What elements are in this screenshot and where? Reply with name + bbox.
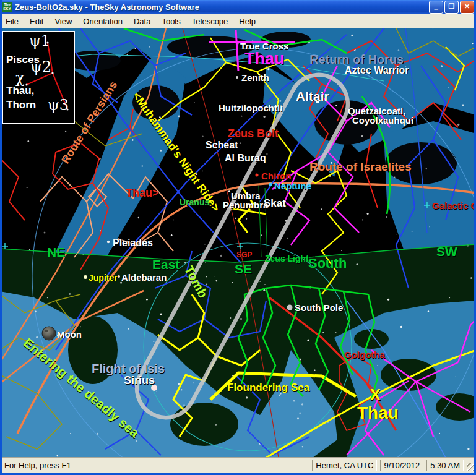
menu-file[interactable]: File [0, 15, 24, 27]
menu-orientation[interactable]: Orientation [77, 15, 128, 27]
window-title: Zeus-BoltO2a.sky - TheSky Astronomy Soft… [15, 2, 199, 12]
map-label-zeus-bolt: Zeus Bolt [228, 128, 279, 139]
map-label-psi1: ψ1 [29, 33, 50, 48]
map-label-golgotha: Golgotha [344, 350, 385, 359]
map-label-ne: NE [47, 246, 65, 259]
map-label-umbra: Umbra [231, 191, 261, 200]
map-label-zenith: Zenith [241, 73, 269, 82]
map-label-altair: Altair [296, 90, 329, 103]
zenith-marker [236, 76, 238, 79]
pisces-inset-box: ψ1Piscesψ2χThau,Thornψ3 [2, 31, 75, 124]
map-label-thau-word: Thau, [6, 85, 34, 96]
menu-bar: FileEditViewOrientationDataToolsTelescop… [0, 14, 476, 29]
map-label-aztec-warrior: Aztec Warrior [345, 66, 409, 75]
map-label-return-of-horus: Return of Horus [309, 53, 404, 66]
map-label-psi3: ψ3 [48, 98, 69, 113]
map-label-sgp: SGP [236, 251, 252, 259]
map-label-coyolxauhqui: Coyolxauhqui [352, 116, 413, 125]
map-label-galactic-ce: Galactic Ce [432, 201, 476, 210]
close-button[interactable]: ✕ [460, 1, 474, 14]
map-label-x-mark: X [370, 387, 381, 403]
map-label-pleiades: Pleiades [113, 238, 153, 248]
map-label-sw: SW [436, 245, 457, 258]
aldebaran-dot [118, 275, 120, 278]
map-label-huitzilopochtli: Huitzilopochtli [219, 103, 282, 113]
map-label-al-buraq: Al Buraq [225, 153, 266, 163]
map-label-quetzalcoatl: Quetzalcoatl, [348, 106, 405, 116]
thesky-window: The SKY Zeus-BoltO2a.sky - TheSky Astron… [0, 0, 476, 475]
status-help-text: For Help, press F1 [0, 461, 312, 470]
menu-data[interactable]: Data [128, 15, 156, 27]
map-label-chiron: Chiron [261, 171, 291, 181]
map-label-scheat: Scheat [206, 140, 238, 150]
status-location: Hemet, CA UTC [312, 460, 377, 471]
sky-chart[interactable]: True CrossThauReturn of HorusAztec Warri… [0, 28, 476, 458]
app-icon: The SKY [2, 2, 12, 12]
menu-telescope[interactable]: Telescope [186, 15, 234, 27]
map-label-south-pole: South Pole [295, 303, 343, 312]
map-label-thau-yellow: Thau [357, 404, 399, 422]
map-label-uranus: Uranus [180, 198, 209, 207]
map-label-sirius: Sirius [124, 375, 155, 386]
map-label-penumbra: Penumbra [223, 200, 268, 210]
status-date: 9/10/2012 [380, 460, 423, 471]
map-label-zeus-light: Zeus Light [265, 254, 309, 263]
map-label-moon-label: Moon [57, 330, 82, 339]
jupiter-dot [84, 275, 87, 279]
status-time: 5:30 AM [426, 460, 464, 471]
map-label-thorn-word: Thorn [6, 100, 36, 110]
pleiades-dot [107, 241, 110, 243]
map-label-east: East [152, 258, 180, 271]
menu-help[interactable]: Help [233, 15, 261, 27]
map-label-flight-of-isis: Flight of Isis [92, 362, 165, 375]
south-pole-dot [287, 305, 293, 310]
map-label-psi2: ψ2 [30, 59, 51, 74]
title-bar[interactable]: The SKY Zeus-BoltO2a.sky - TheSky Astron… [0, 0, 476, 14]
map-label-thau-magenta: Thau [244, 51, 285, 67]
menu-edit[interactable]: Edit [24, 15, 49, 27]
minimize-button[interactable]: _ [429, 1, 443, 14]
neptune-dot [269, 183, 272, 186]
map-label-south: South [308, 257, 347, 270]
map-label-floundering-sea: Floundering Sea [227, 382, 309, 393]
map-label-neptune: Neptune [274, 181, 311, 190]
map-label-jupiter: Jupiter [89, 273, 118, 282]
map-label-skat: Skat [264, 198, 286, 208]
maximize-button[interactable]: ❐ [444, 1, 459, 14]
chiron-dot [256, 174, 259, 177]
resize-grip[interactable] [467, 463, 475, 471]
menu-tools[interactable]: Tools [156, 15, 186, 27]
menu-view[interactable]: View [49, 15, 77, 27]
map-label-chi: χ [15, 71, 25, 85]
status-bar: For Help, press F1 Hemet, CA UTC 9/10/20… [0, 458, 476, 473]
map-label-thau-red: Thau> [126, 187, 159, 199]
map-label-se: SE [235, 262, 252, 275]
map-label-route-israelites: Route of Israelites [309, 161, 412, 173]
map-label-aldebaran: Aldebaran [121, 273, 167, 282]
